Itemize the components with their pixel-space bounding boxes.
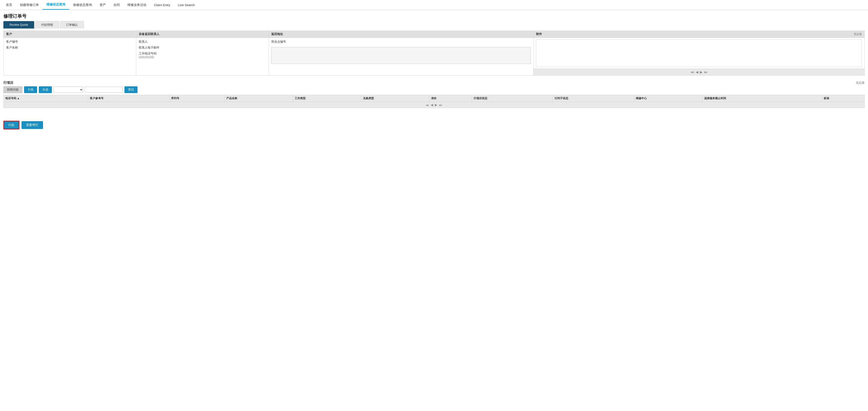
- table-prev-icon[interactable]: ◀: [431, 103, 433, 107]
- contact-field: 联系人: [139, 40, 266, 44]
- nav-item-claim-entry[interactable]: Claim Entry: [150, 1, 174, 9]
- attachment-panel-header: 附件 无记录: [533, 31, 864, 38]
- line-items-title: 行项目: [3, 81, 13, 85]
- attachment-box: [536, 39, 862, 67]
- customer-field: 客户编号: [6, 40, 133, 44]
- line-items-section-header: 行项目 无记录: [3, 79, 865, 86]
- search-input[interactable]: [85, 87, 123, 93]
- table-next-icon[interactable]: ▶: [435, 103, 437, 107]
- customer-field: 客户名称: [6, 46, 133, 50]
- table-first-icon[interactable]: ⏮: [426, 103, 429, 107]
- nav-item-line-search[interactable]: Line Search: [174, 1, 199, 9]
- return-address-panel: 返回地址 营业点编号: [269, 31, 533, 76]
- col-line-sub-status[interactable]: 行列子状态: [553, 95, 634, 102]
- tab-review-quote[interactable]: Review Quote: [3, 21, 34, 29]
- line-items-table: 电话号码 ▲客户参考号序列号产品名称工作类型兑换类型净价行项目状态行列子状态维修…: [3, 95, 865, 102]
- search-button[interactable]: 查找: [124, 86, 137, 93]
- info-panels-row: 客户 客户编号客户名称 设备返回联系人 联系人联系人电子邮件工作电话号码1231…: [3, 31, 865, 76]
- business-number-field: 营业点编号: [271, 40, 531, 44]
- table-header-row: 电话号码 ▲客户参考号序列号产品名称工作类型兑换类型净价行项目状态行列子状态维修…: [4, 95, 865, 102]
- attachment-last-icon[interactable]: ⏭: [704, 70, 708, 74]
- col-exchange-type[interactable]: 兑换类型: [361, 95, 429, 102]
- tab-bar: Review Quote付款明细订单确认: [0, 21, 868, 29]
- attachment-first-icon[interactable]: ⏮: [691, 70, 694, 74]
- attachment-next-icon[interactable]: ▶: [700, 70, 703, 74]
- tab-payment-detail[interactable]: 付款明细: [35, 21, 59, 29]
- col-serial[interactable]: 序列号: [169, 95, 225, 102]
- customer-panel-body: 客户编号客户名称: [4, 38, 136, 54]
- nav-item-assets[interactable]: 资产: [96, 0, 110, 9]
- return-address-textarea[interactable]: [271, 47, 531, 64]
- contact-field: 工作电话号码1231231232: [139, 52, 266, 59]
- table-nav: ⏮ ◀ ▶ ⏭: [3, 102, 865, 108]
- contact-panel-body: 联系人联系人电子邮件工作电话号码1231231232: [136, 38, 269, 63]
- attachment-prev-icon[interactable]: ◀: [696, 70, 698, 74]
- customer-panel: 客户 客户编号客户名称: [4, 31, 136, 76]
- 引线-button[interactable]: 引线: [24, 86, 37, 93]
- table-header: 电话号码 ▲客户参考号序列号产品名称工作类型兑换类型净价行项目状态行列子状态维修…: [4, 95, 865, 102]
- col-customer-ref[interactable]: 客户参考号: [88, 95, 169, 102]
- contact-panel: 设备返回联系人 联系人联系人电子邮件工作电话号码1231231232: [136, 31, 269, 76]
- col-line-status[interactable]: 行项目状态: [472, 95, 553, 102]
- col-service-end-time[interactable]: 选择服务截止时间: [702, 95, 822, 102]
- line-items-no-record: 无记录: [856, 81, 865, 85]
- nav-item-repair-status[interactable]: 维修状态查询: [42, 0, 69, 10]
- bottom-bar: 付款 需要帮忙: [0, 108, 868, 134]
- col-work-type[interactable]: 工作类型: [293, 95, 361, 102]
- nav-item-create-order[interactable]: 创建维修订单: [16, 0, 42, 9]
- line-items-toolbar: 拒绝付款 引线 全选 查找: [3, 86, 865, 93]
- col-standard[interactable]: 标准: [822, 95, 865, 102]
- filter-select[interactable]: [54, 87, 83, 93]
- return-address-panel-body: 营业点编号: [269, 38, 533, 67]
- customer-panel-header: 客户: [4, 31, 136, 38]
- reject-payment-button[interactable]: 拒绝付款: [3, 86, 22, 93]
- col-phone[interactable]: 电话号码 ▲: [4, 95, 88, 102]
- col-net-price[interactable]: 净价: [429, 95, 472, 102]
- return-address-panel-header: 返回地址: [269, 31, 533, 38]
- table-last-icon[interactable]: ⏭: [439, 103, 442, 107]
- col-repair-center[interactable]: 维修中心: [634, 95, 703, 102]
- pay-button[interactable]: 付款: [3, 121, 20, 129]
- help-button[interactable]: 需要帮忙: [22, 121, 43, 129]
- nav-bar: 首页创建维修订单维修状态查询保修状态查询资产合同维修业务活动Claim Entr…: [0, 0, 868, 10]
- contact-panel-header: 设备返回联系人: [136, 31, 269, 38]
- page-title: 修理订单号: [0, 10, 868, 21]
- nav-item-warranty-status[interactable]: 保修状态查询: [69, 0, 96, 9]
- col-product[interactable]: 产品名称: [225, 95, 293, 102]
- nav-item-home[interactable]: 首页: [2, 0, 16, 9]
- nav-item-repair-activity[interactable]: 维修业务活动: [124, 0, 150, 9]
- contact-field: 联系人电子邮件: [139, 46, 266, 50]
- nav-item-contract[interactable]: 合同: [110, 0, 124, 9]
- select-all-button[interactable]: 全选: [39, 86, 52, 93]
- main-content: 客户 客户编号客户名称 设备返回联系人 联系人联系人电子邮件工作电话号码1231…: [0, 31, 868, 108]
- attachment-panel: 附件 无记录 ⏮ ◀ ▶ ⏭: [533, 31, 864, 76]
- tab-order-confirm[interactable]: 订单确认: [60, 21, 84, 29]
- attachment-nav: ⏮ ◀ ▶ ⏭: [533, 68, 864, 76]
